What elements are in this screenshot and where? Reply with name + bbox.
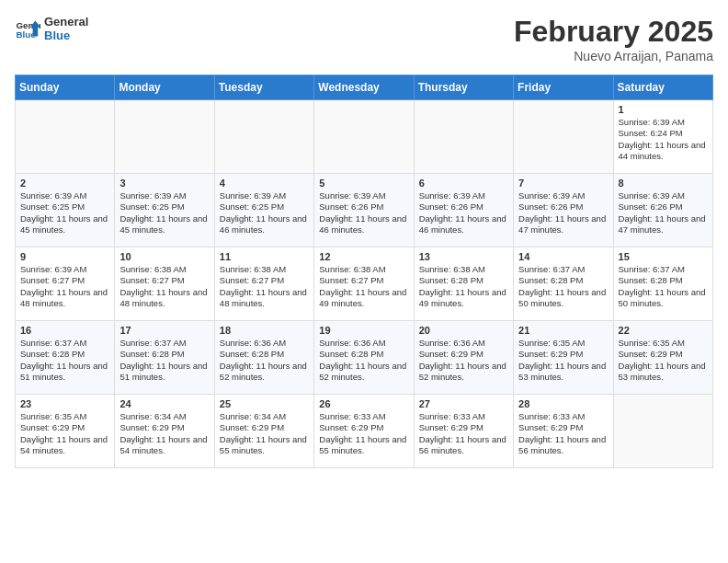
calendar-cell: 10Sunrise: 6:38 AMSunset: 6:27 PMDayligh… [115,247,214,321]
cell-info: Sunrise: 6:37 AM [518,264,608,275]
header-row: SundayMondayTuesdayWednesdayThursdayFrid… [16,75,713,100]
header-day-friday: Friday [514,75,613,100]
cell-info: Sunrise: 6:36 AM [220,338,309,349]
calendar-cell: 7Sunrise: 6:39 AMSunset: 6:26 PMDaylight… [514,174,613,247]
cell-info: Sunrise: 6:39 AM [220,190,309,201]
day-number: 27 [419,398,508,409]
cell-info: Sunset: 6:26 PM [619,201,708,213]
calendar-cell: 4Sunrise: 6:39 AMSunset: 6:25 PMDaylight… [214,174,313,247]
cell-info: Daylight: 11 hours and 49 minutes. [419,287,508,310]
calendar-cell [613,395,712,468]
cell-info: Sunset: 6:25 PM [220,201,309,213]
calendar-subtitle: Nuevo Arraijan, Panama [514,49,713,63]
logo: General Blue General Blue [15,15,88,42]
cell-info: Sunrise: 6:38 AM [220,264,309,275]
header-day-monday: Monday [115,75,214,100]
cell-info: Daylight: 11 hours and 55 minutes. [319,434,408,457]
cell-info: Daylight: 11 hours and 56 minutes. [518,434,608,457]
cell-info: Sunset: 6:28 PM [319,349,408,360]
cell-info: Sunset: 6:29 PM [518,349,608,360]
calendar-cell: 6Sunrise: 6:39 AMSunset: 6:26 PMDaylight… [414,174,513,247]
calendar-cell: 15Sunrise: 6:37 AMSunset: 6:28 PMDayligh… [613,247,712,321]
cell-info: Sunset: 6:28 PM [518,275,608,286]
calendar-cell: 28Sunrise: 6:33 AMSunset: 6:29 PMDayligh… [514,395,613,468]
cell-info: Sunset: 6:29 PM [619,349,708,360]
day-number: 19 [319,325,408,336]
cell-info: Sunset: 6:28 PM [419,275,508,286]
week-row-2: 2Sunrise: 6:39 AMSunset: 6:25 PMDaylight… [16,174,713,247]
calendar-cell: 24Sunrise: 6:34 AMSunset: 6:29 PMDayligh… [115,395,214,468]
cell-info: Sunrise: 6:33 AM [518,411,608,422]
cell-info: Sunrise: 6:35 AM [619,338,708,349]
cell-info: Sunset: 6:29 PM [518,422,608,433]
day-number: 4 [220,178,309,189]
day-number: 10 [119,251,209,262]
calendar-cell: 13Sunrise: 6:38 AMSunset: 6:28 PMDayligh… [414,247,513,321]
day-number: 14 [518,251,608,262]
day-number: 20 [419,325,508,336]
cell-info: Daylight: 11 hours and 48 minutes. [220,287,309,310]
cell-info: Sunset: 6:28 PM [220,349,309,360]
cell-info: Daylight: 11 hours and 52 minutes. [419,361,508,384]
cell-info: Sunset: 6:26 PM [419,201,508,213]
day-number: 1 [619,104,708,115]
cell-info: Sunset: 6:29 PM [220,422,309,433]
cell-info: Sunset: 6:29 PM [20,422,109,433]
day-number: 28 [518,398,608,409]
day-number: 18 [220,325,309,336]
cell-info: Sunrise: 6:33 AM [319,411,408,422]
cell-info: Sunset: 6:25 PM [119,201,209,213]
day-number: 25 [220,398,309,409]
cell-info: Sunrise: 6:37 AM [20,338,109,349]
header-day-thursday: Thursday [414,75,513,100]
cell-info: Sunrise: 6:33 AM [419,411,508,422]
cell-info: Sunrise: 6:34 AM [220,411,309,422]
cell-info: Sunrise: 6:39 AM [319,190,408,201]
cell-info: Daylight: 11 hours and 45 minutes. [20,213,109,236]
cell-info: Sunset: 6:26 PM [319,201,408,213]
cell-info: Sunrise: 6:39 AM [619,190,708,201]
cell-info: Daylight: 11 hours and 46 minutes. [220,213,309,236]
cell-info: Sunrise: 6:35 AM [518,338,608,349]
cell-info: Sunrise: 6:39 AM [20,264,109,275]
logo-line2: Blue [44,29,88,42]
day-number: 17 [119,325,209,336]
cell-info: Daylight: 11 hours and 46 minutes. [319,213,408,236]
cell-info: Sunset: 6:29 PM [419,422,508,433]
calendar-cell: 17Sunrise: 6:37 AMSunset: 6:28 PMDayligh… [115,321,214,395]
cell-info: Daylight: 11 hours and 46 minutes. [419,213,508,236]
cell-info: Sunset: 6:29 PM [419,349,508,360]
cell-info: Sunset: 6:27 PM [119,275,209,286]
calendar-cell: 25Sunrise: 6:34 AMSunset: 6:29 PMDayligh… [214,395,313,468]
calendar-cell [314,100,414,174]
cell-info: Daylight: 11 hours and 51 minutes. [119,361,209,384]
cell-info: Daylight: 11 hours and 50 minutes. [619,287,708,310]
calendar-cell [414,100,513,174]
cell-info: Daylight: 11 hours and 44 minutes. [619,140,708,163]
calendar-cell: 18Sunrise: 6:36 AMSunset: 6:28 PMDayligh… [214,321,313,395]
calendar-cell [16,100,115,174]
calendar-cell: 2Sunrise: 6:39 AMSunset: 6:25 PMDaylight… [16,174,115,247]
calendar-cell: 5Sunrise: 6:39 AMSunset: 6:26 PMDaylight… [314,174,414,247]
logo-line1: General [44,15,88,29]
cell-info: Sunset: 6:25 PM [20,201,109,213]
header-day-saturday: Saturday [613,75,712,100]
cell-info: Sunset: 6:27 PM [20,275,109,286]
cell-info: Sunrise: 6:38 AM [319,264,408,275]
calendar-cell [514,100,613,174]
header-day-wednesday: Wednesday [314,75,414,100]
day-number: 7 [518,178,608,189]
cell-info: Sunrise: 6:36 AM [319,338,408,349]
cell-info: Sunrise: 6:39 AM [518,190,608,201]
week-row-3: 9Sunrise: 6:39 AMSunset: 6:27 PMDaylight… [16,247,713,321]
calendar-cell: 8Sunrise: 6:39 AMSunset: 6:26 PMDaylight… [613,174,712,247]
cell-info: Daylight: 11 hours and 49 minutes. [319,287,408,310]
week-row-5: 23Sunrise: 6:35 AMSunset: 6:29 PMDayligh… [16,395,713,468]
cell-info: Sunrise: 6:39 AM [419,190,508,201]
header: General Blue General Blue February 2025 … [15,15,713,63]
logo-icon: General Blue [15,16,40,41]
cell-info: Daylight: 11 hours and 47 minutes. [518,213,608,236]
cell-info: Daylight: 11 hours and 52 minutes. [220,361,309,384]
day-number: 23 [20,398,109,409]
day-number: 11 [220,251,309,262]
